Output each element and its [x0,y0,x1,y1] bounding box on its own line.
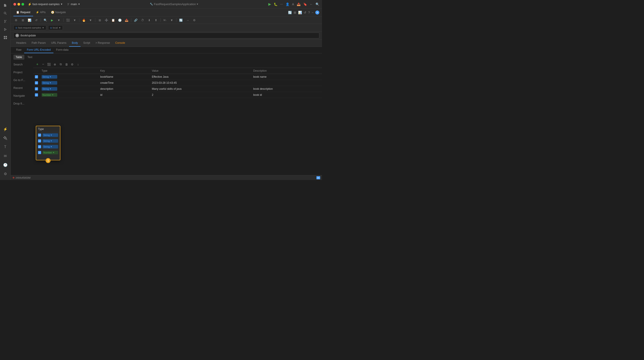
row2-checkbox[interactable] [35,81,38,84]
left-nav-project[interactable]: Project [14,71,30,74]
help-icon[interactable]: ? [308,11,310,14]
back-icon[interactable]: ← [310,2,313,6]
close-button[interactable] [14,3,16,5]
maximize-button[interactable] [22,3,24,5]
toolbar-stop-icon[interactable]: ⬛ [65,17,71,23]
subtab-form-url[interactable]: Form URL-Encoded [24,47,54,53]
row1-checkbox[interactable] [35,75,38,78]
row2-type[interactable]: String ▼ [40,80,98,86]
row3-key[interactable]: description [98,86,150,92]
tab-response[interactable]: > Response [93,39,112,47]
popup-check3[interactable] [38,145,41,148]
tab-url-params[interactable]: URL Params [48,39,69,47]
minimize-panel-icon[interactable]: − [312,11,314,14]
subtab-raw[interactable]: Raw [14,47,24,53]
subtab-form-data[interactable]: Form-data [54,47,71,53]
sidebar-git-icon[interactable] [2,18,9,25]
toolbar-copy-icon[interactable]: 📋 [110,17,116,23]
toolbar-settings-icon[interactable]: ⚙ [14,17,19,23]
row3-checkbox[interactable] [35,87,38,90]
left-nav-navigate[interactable]: Navigate [14,94,30,97]
sort-icon[interactable]: ↕ [76,62,80,67]
sidebar-plugin-icon[interactable]: ⚡ [2,126,9,133]
left-nav-goto[interactable]: Go to F... [14,78,30,82]
close-panel-icon[interactable]: × [315,10,319,14]
sidebar-plugin2-icon[interactable]: 🔌 [2,135,9,142]
sidebar-files-icon[interactable] [2,2,9,9]
row1-key[interactable]: bookName [98,74,150,80]
branch-name[interactable]: main ▼ [67,2,80,6]
share-icon[interactable]: 📤 [297,2,300,6]
bookmark-icon[interactable]: 🔖 [303,2,307,6]
add-row-button[interactable]: + [35,62,40,67]
row4-type[interactable]: Number ▼ [40,92,98,98]
row1-type[interactable]: String ▼ [40,74,98,80]
clear-button[interactable]: 🗑 [64,62,69,67]
toolbar-markdown-icon[interactable]: M↓ [162,17,168,23]
left-nav-drop[interactable]: Drop fi... [14,102,30,105]
minimize-button[interactable] [18,3,20,5]
settings2-icon[interactable]: ⚙ [70,62,75,67]
popup-check1[interactable] [38,134,41,137]
row4-key[interactable]: id [98,92,150,98]
sidebar-debug-icon[interactable] [2,26,9,33]
duplicate-button[interactable]: ⧉ [58,62,63,67]
tab-request[interactable]: 📋 Request [14,8,33,16]
project-selector[interactable]: ⊙ fast-request-samples ▼ [14,25,46,30]
toolbar-run-icon[interactable]: ▶ [50,17,55,23]
sidebar-mail-icon[interactable]: ✉ [2,152,9,160]
left-nav-search[interactable]: Search [14,63,30,66]
toolbar-run-dropdown-icon[interactable]: ▼ [56,17,62,23]
toolbar-refresh2-icon[interactable]: 🔄 [178,17,184,23]
toolbar-dropdown2-icon[interactable]: ▼ [72,17,77,23]
row2-value[interactable]: 2023-03-28 10:43:45 [150,80,252,86]
toolbar-table-icon[interactable]: ⊞ [20,17,26,23]
account-icon[interactable]: 👤 [286,2,289,6]
chart-icon[interactable]: 📊 [298,11,302,14]
toolbar-download-icon[interactable]: ⬇ [146,17,152,23]
toolbar-more-icon[interactable]: ⚙ [192,17,197,23]
tab-path-param[interactable]: Path Param [29,39,48,47]
type-popup-row4[interactable]: Number ▼ [36,150,60,156]
select-all-button[interactable]: ⬛ [46,62,52,67]
tab-headers[interactable]: Headers [14,39,29,47]
refresh-icon[interactable]: 🔄 [288,11,292,14]
tab-console[interactable]: Console [112,39,128,47]
sidebar-extensions-icon[interactable] [2,34,9,41]
toolbar-forward-icon[interactable]: → [185,17,190,23]
row4-checkbox[interactable] [35,93,38,96]
translate-icon[interactable]: A [292,2,294,6]
debug-icon[interactable]: 🐛 [274,2,278,6]
toolbar-upload-icon[interactable]: ⬆ [153,17,158,23]
row1-desc[interactable]: book name [252,74,322,80]
tab-script[interactable]: Script [80,39,93,47]
sidebar-search-icon[interactable] [2,10,9,17]
popup-check2[interactable] [38,139,41,143]
toolbar-fire-icon[interactable]: 🔥 [81,17,86,23]
env-selector[interactable]: ⊙ local ▼ [48,25,63,30]
toolbar-apps-icon[interactable]: ⊞ [97,17,102,23]
url-input[interactable]: P /book/update [14,33,319,38]
row4-desc[interactable]: book id [252,92,322,98]
tab-body[interactable]: Body [69,39,80,47]
type-popup-row3[interactable]: String ▼ [36,144,60,150]
left-nav-recent[interactable]: Recent [14,86,30,90]
row4-value[interactable]: 2 [150,92,252,98]
sync-icon[interactable]: ↺ [304,11,306,14]
toolbar-dropdown3-icon[interactable]: ▼ [169,17,174,23]
row2-key[interactable]: createTime [98,80,150,86]
toolbar-add-icon[interactable]: ➕ [104,17,109,23]
row3-desc[interactable]: book description [252,86,322,92]
row1-value[interactable]: Effective Java [150,74,252,80]
search-header-icon[interactable]: 🔍 [316,2,319,6]
sidebar-type-icon[interactable]: T [2,143,9,151]
toolbar-history-icon[interactable]: 🕐 [117,17,122,23]
sidebar-clock-icon[interactable]: 🕐 [2,161,9,168]
row3-value[interactable]: Many useful skills of java [150,86,252,92]
tab-navigate[interactable]: 🧭 Navigate [48,8,68,16]
grid-icon[interactable]: ⊞ [294,11,296,14]
toolbar-stats-icon[interactable]: 📊 [27,17,32,23]
more-icon[interactable]: ⋯ [280,3,283,6]
row2-desc[interactable] [252,80,322,86]
type-popup-row2[interactable]: String ▼ [36,138,60,144]
